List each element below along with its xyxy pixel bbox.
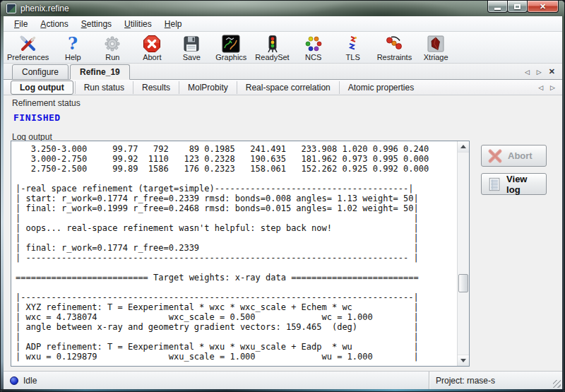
toolbar-help-button[interactable]: ? Help [55,33,90,61]
subtab-atomic-properties[interactable]: Atomic properties [339,81,422,94]
toolbar-label: Graphics [215,53,246,61]
status-state-text: Idle [23,376,37,386]
refinement-status-value: FINISHED [13,112,61,123]
status-project-text: Project: rnase-s [436,376,495,386]
status-state-section: Idle [4,372,429,389]
tools-icon [18,34,37,53]
abort-side-button-label: Abort [508,150,533,161]
view-log-button[interactable]: View log [481,173,547,195]
main-tab-bar: Configure Refine_19 ◁ ▷ ✕ [4,64,562,80]
toolbar-readyset-button[interactable]: ReadySet [253,33,291,61]
svg-text:?: ? [68,35,78,53]
scroll-up-icon [460,145,466,148]
log-text: 3.250-3.000 99.77 792 89 0.1985 241.491 … [11,141,469,364]
minimize-button[interactable] [487,1,508,13]
log-text-area[interactable]: 3.250-3.000 99.77 792 89 0.1985 241.491 … [11,141,470,367]
sub-tab-bar: Log output Run status Results MolProbity… [4,80,562,95]
toolbar-restraints-button[interactable]: Restraints [375,33,415,61]
tab-scroll-left-icon[interactable]: ◁ [525,69,530,76]
toolbar-graphics-button[interactable]: Graphics [213,33,249,61]
toolbar-label: Run [105,53,119,61]
toolbar-label: Preferences [7,53,49,61]
menu-settings[interactable]: Settings [75,17,118,31]
restraints-icon [385,34,404,53]
toolbar-ncs-button[interactable]: NCS [296,33,331,61]
minimize-icon [494,8,501,10]
menu-utilities[interactable]: Utilities [118,17,158,31]
subtab-results[interactable]: Results [133,81,179,94]
window-frame-bottom [1,389,564,391]
toolbar: Preferences ? Help [4,32,562,64]
question-icon: ? [64,34,83,53]
window-title: phenix.refine [20,4,69,13]
toolbar-label: TLS [346,53,360,61]
toolbar-label: Xtriage [424,53,448,61]
toolbar-label: NCS [305,53,321,61]
log-output-panel: Refinement status FINISHED Log output 3.… [4,95,562,371]
main-tab-nav: ◁ ▷ ✕ [525,67,562,79]
toolbar-label: Help [65,53,81,61]
subtab-scroll-right-icon[interactable]: ▷ [550,84,555,91]
floppy-icon [182,34,201,53]
tab-scroll-right-icon[interactable]: ▷ [537,69,542,76]
resize-grip[interactable] [553,380,561,388]
scroll-down-icon [460,359,466,362]
gear-icon [103,34,122,53]
subtab-molprobity[interactable]: MolProbity [179,81,237,94]
subtab-run-status[interactable]: Run status [75,81,133,94]
phenix-refine-window: phenix.refine ✕ File Actions Settings Ut… [0,0,565,392]
toolbar-save-button[interactable]: Save [174,33,209,61]
toolbar-label: Save [183,53,201,61]
scroll-up-button[interactable] [458,141,469,153]
app-icon[interactable] [6,4,16,13]
subtab-scroll-left-icon[interactable]: ◁ [538,84,543,91]
status-project-section: Project: rnase-s [429,372,562,389]
window-controls: ✕ [488,1,559,13]
window-frame-right [562,16,564,391]
menu-bar: File Actions Settings Utilities Help [4,16,562,32]
toolbar-xtriage-button[interactable]: Xtriage [418,33,453,61]
maximize-icon [514,4,521,9]
scroll-down-button[interactable] [458,355,469,366]
toolbar-preferences-button[interactable]: Preferences [5,33,51,61]
molecule-graphics-icon [222,34,241,53]
toolbar-label: ReadySet [255,53,289,61]
scrollbar-thumb[interactable] [458,274,468,292]
tab-close-icon[interactable]: ✕ [549,67,555,76]
abort-x-icon [487,148,503,164]
toolbar-tls-button[interactable]: TLS [335,33,371,61]
menu-file[interactable]: File [8,17,34,31]
status-idle-icon [10,376,18,385]
log-document-icon [487,177,501,192]
menu-actions[interactable]: Actions [34,17,74,31]
xtriage-crystal-icon [427,34,446,53]
ncs-ring-icon [304,34,323,53]
tls-molecule-icon [343,34,362,53]
abort-side-button[interactable]: Abort [481,145,547,167]
stop-icon [143,34,162,53]
view-log-button-label: View log [506,174,540,195]
tab-configure[interactable]: Configure [12,64,69,80]
title-bar[interactable]: phenix.refine [1,1,564,16]
toolbar-run-button[interactable]: Run [95,33,130,61]
log-scrollbar[interactable] [457,141,469,366]
subtab-real-space-correlation[interactable]: Real-space correlation [237,81,339,94]
status-bar: Idle Project: rnase-s [4,371,562,389]
toolbar-label: Restraints [377,53,412,61]
menu-help[interactable]: Help [158,17,189,31]
tab-refine-19[interactable]: Refine_19 [70,64,130,80]
maximize-button[interactable] [507,1,528,13]
traffic-light-icon [263,34,282,53]
close-icon: ✕ [540,3,546,11]
sub-tab-nav: ◁ ▷ [538,84,562,91]
subtab-log-output[interactable]: Log output [11,81,73,95]
toolbar-label: Abort [143,53,161,61]
toolbar-abort-button[interactable]: Abort [134,33,170,61]
refinement-status-caption: Refinement status [12,98,81,108]
close-button[interactable]: ✕ [527,1,559,13]
